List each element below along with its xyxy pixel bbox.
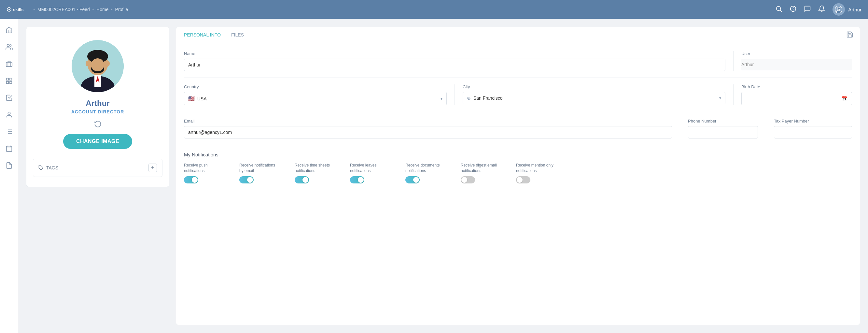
sidebar-item-notes[interactable] (5, 161, 14, 170)
notif-digest: Receive digest emailnotifications (461, 163, 509, 184)
sidebar-item-list[interactable] (5, 127, 14, 136)
country-label: Country (184, 84, 447, 89)
notification-icon[interactable] (818, 5, 825, 14)
tags-label: TAGS (38, 165, 58, 170)
notifications-grid: Receive pushnotifications Receive notifi… (184, 163, 852, 184)
tags-row: TAGS + (33, 159, 162, 177)
notif-documents-toggle[interactable] (405, 176, 420, 184)
topnav-actions: ? Arthur (775, 3, 862, 16)
country-group: Country 🇺🇸 USA ▾ (184, 84, 455, 105)
tabs-row: PERSONAL INFO FILES (176, 27, 860, 43)
notif-timesheets-toggle[interactable] (294, 176, 309, 184)
save-icon[interactable] (846, 31, 854, 39)
breadcrumb-feed[interactable]: MM0002CREA001 - Feed (37, 7, 90, 12)
name-user-row: Name User (184, 51, 852, 78)
notif-leaves-label: Receive leavesnotifications (350, 163, 376, 174)
history-icon[interactable] (94, 119, 101, 129)
main-layout: Arthur ACCOUNT DIRECTOR CHANGE IMAGE TAG… (0, 19, 868, 333)
notif-email: Receive notificationsby email (239, 163, 288, 184)
avatar (833, 3, 845, 16)
notif-leaves: Receive leavesnotifications (350, 163, 399, 184)
globe-icon: ⊕ (467, 95, 471, 101)
country-value: USA (197, 96, 440, 101)
tag-icon (38, 165, 43, 170)
sidebar-item-calendar[interactable] (5, 144, 14, 153)
content: Arthur ACCOUNT DIRECTOR CHANGE IMAGE TAG… (18, 19, 868, 333)
svg-rect-11 (6, 78, 8, 80)
topnav: skills • MM0002CREA001 - Feed • Home • P… (0, 0, 868, 19)
tax-input[interactable] (774, 126, 852, 138)
tax-label: Tax Payer Number (774, 119, 852, 123)
flag-icon: 🇺🇸 (188, 95, 195, 102)
sidebar-item-briefcase[interactable] (5, 59, 14, 68)
city-group: City ⊕ San Francisco ▾ (463, 84, 734, 105)
user-group: User (741, 51, 852, 71)
tab-personal-info[interactable]: PERSONAL INFO (184, 27, 221, 43)
notifications-section: My Notifications Receive pushnotificatio… (184, 152, 852, 184)
city-label: City (463, 84, 725, 89)
notif-timesheets-label: Receive time sheetsnotifications (294, 163, 330, 174)
logo[interactable]: skills (6, 7, 24, 12)
tags-add-button[interactable]: + (149, 164, 157, 172)
notif-email-label: Receive notificationsby email (239, 163, 275, 174)
svg-point-33 (91, 58, 104, 72)
tab-files[interactable]: FILES (231, 27, 244, 43)
svg-point-7 (837, 7, 840, 10)
breadcrumb-home[interactable]: Home (96, 7, 108, 12)
sidebar-item-reports[interactable] (5, 110, 14, 119)
notif-digest-toggle[interactable] (461, 176, 475, 184)
topnav-user[interactable]: Arthur (833, 3, 862, 16)
svg-rect-22 (6, 146, 12, 152)
phone-input[interactable] (688, 126, 758, 138)
name-input[interactable] (184, 59, 725, 71)
notif-leaves-toggle[interactable] (350, 176, 364, 184)
sidebar-item-users[interactable] (5, 43, 14, 52)
breadcrumbs: • MM0002CREA001 - Feed • Home • Profile (34, 7, 776, 12)
notif-mention: Receive mention onlynotifications (516, 163, 565, 184)
notif-timesheets: Receive time sheetsnotifications (294, 163, 343, 184)
calendar-icon[interactable]: 📅 (841, 95, 848, 102)
phone-label: Phone Number (688, 119, 758, 123)
country-city-birth-row: Country 🇺🇸 USA ▾ City ⊕ San Francisco ▾ (184, 84, 852, 112)
profile-avatar (72, 40, 124, 92)
svg-rect-13 (6, 81, 8, 83)
sidebar-item-home[interactable] (5, 25, 14, 34)
form-content: Name User Country 🇺🇸 USA (176, 43, 860, 325)
search-icon[interactable] (775, 5, 782, 14)
profile-title: ACCOUNT DIRECTOR (71, 109, 124, 114)
profile-name: Arthur (86, 99, 110, 108)
notif-mention-toggle[interactable] (516, 176, 530, 184)
notif-documents: Receive documentsnotifications (405, 163, 454, 184)
svg-point-8 (836, 10, 841, 13)
email-phone-tax-row: Email Phone Number Tax Payer Number (184, 119, 852, 145)
sidebar-item-tasks[interactable] (5, 93, 14, 102)
chevron-down-city-icon: ▾ (719, 96, 721, 100)
svg-point-34 (86, 61, 89, 66)
user-label: User (741, 51, 852, 56)
email-input[interactable] (184, 126, 672, 138)
city-value: San Francisco (473, 95, 719, 101)
help-icon[interactable]: ? (789, 5, 797, 14)
chat-icon[interactable] (804, 5, 811, 14)
right-panel: PERSONAL INFO FILES Name (176, 27, 860, 325)
notif-documents-label: Receive documentsnotifications (405, 163, 439, 174)
email-label: Email (184, 119, 672, 123)
change-image-button[interactable]: CHANGE IMAGE (63, 134, 132, 149)
breadcrumb-profile[interactable]: Profile (115, 7, 128, 12)
notif-push-label: Receive pushnotifications (184, 163, 208, 174)
email-group: Email (184, 119, 680, 138)
city-select[interactable]: ⊕ San Francisco ▾ (463, 92, 725, 104)
name-label: Name (184, 51, 725, 56)
notif-push-toggle[interactable] (184, 176, 198, 184)
chevron-down-icon: ▾ (440, 96, 442, 101)
sidebar-item-org[interactable] (5, 76, 14, 85)
svg-point-15 (8, 112, 10, 114)
notifications-title: My Notifications (184, 152, 852, 157)
notif-push: Receive pushnotifications (184, 163, 233, 184)
svg-rect-14 (9, 81, 11, 83)
notif-email-toggle[interactable] (239, 176, 254, 184)
country-select[interactable]: 🇺🇸 USA ▾ (184, 92, 447, 105)
birth-date-picker[interactable]: 📅 (741, 92, 852, 105)
birth-date-input[interactable] (746, 96, 841, 101)
left-panel: Arthur ACCOUNT DIRECTOR CHANGE IMAGE TAG… (26, 27, 169, 187)
